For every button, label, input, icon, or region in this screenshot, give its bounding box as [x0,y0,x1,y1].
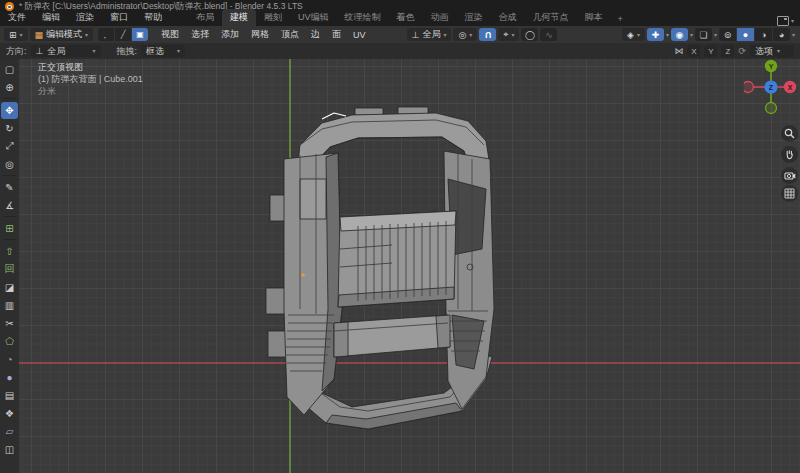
menu-uv[interactable]: UV [348,30,371,40]
menu-help[interactable]: 帮助 [136,10,170,26]
tool-rotate[interactable]: ↻ [1,120,18,137]
proportional-editing-toggle[interactable]: ◯ [521,28,538,41]
menu-add[interactable]: 添加 [216,28,244,41]
xray-toggle[interactable]: ❏ [695,28,712,41]
editor-3d-viewport-icon: ⊞ [9,30,17,40]
add-workspace-button[interactable]: + [611,12,630,26]
hand-icon [784,149,795,160]
tool-loop-cut[interactable]: ▥ [1,297,18,314]
selectability-icon: ◈ [627,30,634,40]
menu-mesh[interactable]: 网格 [246,28,274,41]
mirror-z-toggle[interactable]: Z [721,45,734,57]
screen-icon [777,16,789,26]
tool-inset-faces[interactable]: 回 [1,261,18,278]
mesh-model-bulletproof-vest [0,59,800,473]
gizmo-y-label[interactable]: Y [769,63,774,70]
tool-edge-slide[interactable]: ▤ [1,387,18,404]
workspace-tab-sculpting[interactable]: 雕刻 [256,9,290,26]
tool-poly-build[interactable]: ⬠ [1,333,18,350]
proportional-falloff-dropdown[interactable]: ∿ [540,28,557,41]
menu-window[interactable]: 窗口 [102,10,136,26]
menu-view[interactable]: 视图 [156,28,184,41]
tool-select-box[interactable]: ▢ [1,61,18,78]
3d-viewport-canvas[interactable]: ▢ ⊕ ✥ ↻ ⤢ ◎ ✎ ∡ ⊞ ⇧ 回 ◪ ▥ ✂ ⬠ ◔ ● ▤ ❖ ▱ … [0,59,800,473]
shading-wireframe-button[interactable]: ⊚ [719,28,736,41]
shading-material-button[interactable]: ◑ [755,28,772,41]
zoom-button[interactable] [781,125,798,142]
viewport-shading-group: ⊚ ● ◑ ◕ [719,28,790,41]
pivot-icon: ◎ [458,30,466,40]
menu-file[interactable]: 文件 [0,10,34,26]
show-overlays-toggle[interactable]: ◉ [671,28,688,41]
drag-mode-value: 框选 [146,45,164,58]
menu-face[interactable]: 面 [327,28,346,41]
orientation-value: 全局 [422,28,440,41]
workspace-tab-scripting[interactable]: 脚本 [577,9,611,26]
shading-solid-button[interactable]: ● [737,28,754,41]
navigation-axis-gizmo[interactable]: Y X Z [744,59,798,117]
tool-bevel[interactable]: ◪ [1,279,18,296]
viewport-header: ⊞ ▾ ▦ 编辑模式 ▾ ⡀ ╱ ▣ 视图 选择 添加 网格 顶点 边 面 UV… [0,26,800,43]
workspace-tab-uv-editing[interactable]: UV编辑 [290,9,337,26]
chevron-down-icon: ▾ [469,32,472,38]
mirror-y-toggle[interactable]: Y [704,45,717,57]
transform-orientation-dropdown[interactable]: ⊥ 全局 ▾ [407,28,452,41]
tool-knife[interactable]: ✂ [1,315,18,332]
menu-edit[interactable]: 编辑 [34,10,68,26]
tool-move[interactable]: ✥ [1,102,18,119]
perspective-ortho-button[interactable] [781,185,798,202]
tool-add-cube[interactable]: ⊞ [1,220,18,237]
tool-shear[interactable]: ▱ [1,423,18,440]
workspace-tab-texture-paint[interactable]: 纹理绘制 [337,9,389,26]
gizmo-z-label[interactable]: Z [769,84,774,91]
tool-shrink-fatten[interactable]: ❖ [1,405,18,422]
tool-smooth[interactable]: ● [1,369,18,386]
snap-target-dropdown[interactable]: ⌖ ▾ [498,28,519,41]
pivot-point-dropdown[interactable]: ◎ ▾ [453,28,477,41]
mirror-x-toggle[interactable]: X [687,45,700,57]
menu-render[interactable]: 渲染 [68,10,102,26]
tool-cursor[interactable]: ⊕ [1,79,18,96]
workspace-tab-geometry-nodes[interactable]: 几何节点 [525,9,577,26]
show-gizmo-toggle[interactable]: ✚ [647,28,664,41]
gizmo-dropdown-caret[interactable]: ▾ [666,32,669,38]
menu-edge[interactable]: 边 [306,28,325,41]
shading-rendered-button[interactable]: ◕ [773,28,790,41]
tool-spin[interactable]: ◔ [1,351,18,368]
workspace-tab-shading[interactable]: 着色 [389,9,423,26]
menu-select[interactable]: 选择 [186,28,214,41]
workspace-tab-modeling[interactable]: 建模 [222,9,256,26]
gizmo-x-label[interactable]: X [788,84,793,91]
edge-select-button[interactable]: ╱ [115,28,131,41]
vertex-select-button[interactable]: ⡀ [98,28,114,41]
correct-face-attributes-icon[interactable]: ⟳ [738,46,746,56]
xray-dropdown-caret[interactable]: ▾ [714,32,717,38]
tool-transform[interactable]: ◎ [1,156,18,173]
camera-view-button[interactable] [781,167,798,184]
workspace-tab-compositing[interactable]: 合成 [491,9,525,26]
chevron-down-icon: ▾ [511,32,514,38]
falloff-curve-icon: ∿ [545,30,553,40]
overlays-dropdown-caret[interactable]: ▾ [690,32,693,38]
editor-type-button[interactable]: ⊞ ▾ [4,28,28,41]
menu-vertex[interactable]: 顶点 [276,28,304,41]
drag-mode-dropdown[interactable]: 框选 ▾ [141,45,185,57]
workspace-tab-rendering[interactable]: 渲染 [457,9,491,26]
orientation-axes-icon: ⊥ [36,46,44,56]
snap-toggle-button[interactable]: U [479,28,496,41]
mode-select-dropdown[interactable]: ▦ 编辑模式 ▾ [30,28,94,41]
workspace-tab-animation[interactable]: 动画 [423,9,457,26]
tool-scale[interactable]: ⤢ [1,138,18,155]
face-select-button[interactable]: ▣ [132,28,148,41]
workspace-tab-layout[interactable]: 布局 [188,9,222,26]
pan-button[interactable] [781,146,798,163]
tool-options-dropdown[interactable]: 选项 ▾ [750,45,794,57]
shading-dropdown-caret[interactable]: ▾ [792,32,795,38]
visibility-dropdown[interactable]: ◈ ▾ [622,28,645,41]
tool-measure[interactable]: ∡ [1,197,18,214]
tool-annotate[interactable]: ✎ [1,179,18,196]
tool-extrude-region[interactable]: ⇧ [1,243,18,260]
tool-orientation-dropdown[interactable]: ⊥ 全局 ▾ [31,45,101,57]
screen-layout-button[interactable]: ▾ [777,16,794,26]
tool-rip-region[interactable]: ◫ [1,441,18,458]
